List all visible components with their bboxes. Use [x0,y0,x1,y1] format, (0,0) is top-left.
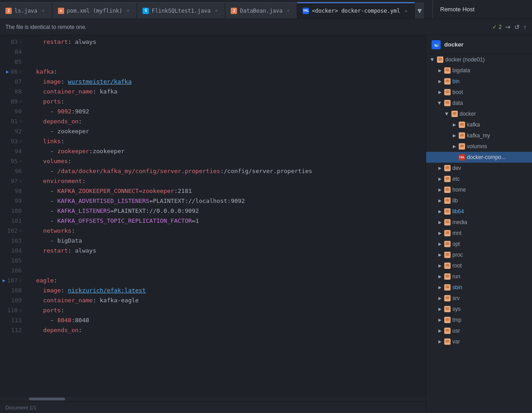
tree-item[interactable]: ▶kafka [426,119,532,130]
tree-item[interactable]: ▶data [426,98,532,108]
tab-close-btn[interactable]: × [213,8,219,14]
tree-arrow-icon[interactable]: ▶ [437,209,442,214]
tree-arrow-icon[interactable]: ▶ [437,285,442,290]
tree-item[interactable]: ▶home [426,184,532,195]
tree-item[interactable]: ▶sbin [426,282,532,293]
tree-item[interactable]: ▶opt [426,239,532,249]
tree-label: usr [452,328,532,334]
tree-label: etc [452,176,532,182]
tree-arrow-icon[interactable] [451,155,457,160]
tree-arrow-icon[interactable]: ▶ [437,339,442,344]
tree-arrow-icon[interactable]: ▶ [437,220,442,225]
tree-item[interactable]: ▶sys [426,304,532,314]
tab-docker-compose[interactable]: YML <docker> docker-compose.yml × [297,2,415,19]
tab-close-btn[interactable]: × [40,8,47,14]
tree-item[interactable]: ▶volumns [426,141,532,152]
tree-item[interactable]: ▶boot [426,87,532,98]
tree-item[interactable]: ▶srv [426,293,532,304]
code-line: - KAFKA_OFFSETS_TOPIC_REPLICATION_FACTOR… [27,216,426,226]
tree-label: kafka_my [467,132,532,139]
tab-close-btn[interactable]: × [285,8,291,14]
fold-icon[interactable]: ○ [19,276,22,286]
tree-arrow-icon[interactable]: ▶ [437,241,442,247]
tree-arrow-icon[interactable]: ▶ [437,230,442,236]
tree-item[interactable]: ▶proc [426,249,532,260]
java-icon-2: J [231,8,237,14]
tree-item[interactable]: ▶tmp [426,314,532,325]
tree-arrow-icon[interactable]: ▶ [451,133,457,138]
tree-arrow-icon[interactable]: ▶ [451,144,457,149]
tree-item[interactable]: ▶docker (node01) [426,54,532,65]
tree-item[interactable]: ▶lib [426,195,532,206]
horizontal-scrollbar[interactable] [0,397,426,401]
fold-icon[interactable]: ○ [19,156,22,166]
tree-label: docker (node01) [445,56,532,63]
tree-arrow-icon[interactable]: ▶ [437,198,442,203]
scrollbar-thumb[interactable] [29,398,65,400]
tab-flinksql[interactable]: G FlinkSQLtest1.java × [137,2,225,19]
tree-arrow-icon[interactable]: ▶ [437,89,442,95]
fold-icon[interactable]: ○ [19,226,22,236]
tree-arrow-icon[interactable]: ▶ [451,122,457,127]
tree-label: data [452,100,532,106]
tree-arrow-icon[interactable]: ▶ [437,68,442,73]
tree-item[interactable]: ▶mnt [426,228,532,239]
tree-arrow-icon[interactable]: ▶ [437,274,442,279]
tab-close-active-btn[interactable]: × [403,8,409,14]
tree-item[interactable]: ▶dev [426,163,532,174]
code-content[interactable]: restart: always kafka: image: wurstmeist… [27,35,426,397]
tree-arrow-icon[interactable]: ▶ [444,111,450,117]
run-arrow-icon[interactable]: ▶ [3,276,5,286]
tree-arrow-icon[interactable]: ▶ [437,79,442,84]
tree-arrow-icon[interactable]: ▶ [437,100,442,106]
tab-bar: J ls.java × m pom.xml (myflink) × G Flin… [0,0,532,19]
upload-icon[interactable]: ↑ [523,23,527,31]
tree-arrow-icon[interactable]: ▶ [437,176,442,182]
fold-icon[interactable]: ○ [19,176,22,186]
remote-panel: 🐋 docker ▶docker (node01)▶bigdata▶bin▶bo… [426,35,532,413]
fold-icon[interactable]: ○ [19,67,22,77]
tab-pom-xml[interactable]: m pom.xml (myflink) × [52,2,138,19]
gradle-icon: G [142,8,149,14]
line-number: 105 [0,256,22,266]
tree-arrow-icon[interactable]: ▶ [437,263,442,268]
tree-item[interactable]: ▶bigdata [426,65,532,76]
undo-icon[interactable]: ↺ [514,23,520,31]
tab-databean[interactable]: J DataBean.java × [225,2,297,19]
tree-item[interactable]: ▶docker [426,108,532,119]
tree-item[interactable]: YMLdocker-compo... [426,152,532,163]
file-tree[interactable]: ▶docker (node01)▶bigdata▶bin▶boot▶data▶d… [426,54,532,413]
tree-arrow-icon[interactable]: ▶ [437,165,442,171]
tree-item[interactable]: ▶usr [426,325,532,336]
tab-overflow-btn[interactable]: ▼ [415,2,424,19]
tree-arrow-icon[interactable]: ▶ [437,296,442,301]
run-arrow-icon[interactable]: ▶ [6,67,9,77]
tree-arrow-icon[interactable]: ▶ [437,306,442,312]
tab-label: FlinkSQLtest1.java [152,8,210,14]
tree-item[interactable]: ▶root [426,260,532,271]
tree-arrow-icon[interactable]: ▶ [430,57,435,62]
tree-item[interactable]: ▶lib64 [426,206,532,217]
tree-item[interactable]: ▶run [426,271,532,282]
tree-item[interactable]: ▶kafka_my [426,130,532,141]
tree-arrow-icon[interactable]: ▶ [437,187,442,192]
tree-item[interactable]: ▶etc [426,174,532,184]
tab-close-btn[interactable]: × [125,8,131,14]
line-number: 109 [0,296,22,305]
tree-item[interactable]: ▶bin [426,76,532,87]
fold-icon[interactable]: ○ [19,136,22,146]
code-area[interactable]: 83○8485▶86○878889○9091○9293○9495○9697○98… [0,35,426,397]
tree-item[interactable]: ▶var [426,336,532,347]
tree-arrow-icon[interactable]: ▶ [437,317,442,323]
folder-icon [459,122,465,128]
tree-arrow-icon[interactable]: ▶ [437,252,442,258]
line-number: 96 [0,166,22,176]
fold-icon[interactable]: ○ [19,37,22,47]
arrow-icon[interactable]: ↗ [504,23,513,32]
fold-icon[interactable]: ○ [19,305,22,315]
tab-ls-java[interactable]: J ls.java × [0,2,52,19]
tree-item[interactable]: ▶media [426,217,532,228]
fold-icon[interactable]: ○ [19,117,22,127]
fold-icon[interactable]: ○ [19,97,22,107]
tree-arrow-icon[interactable]: ▶ [437,328,442,333]
